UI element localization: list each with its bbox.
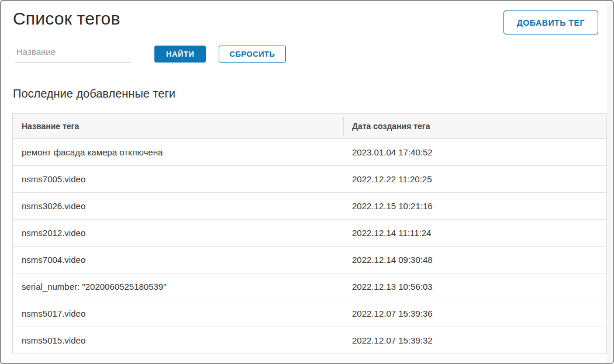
scrollbar-track[interactable] (607, 1, 613, 363)
tag-name-cell: nsms5017.video (13, 308, 343, 318)
tag-name-cell: nsms3026.video (13, 201, 343, 211)
tag-name-cell: ремонт фасада камера отключена (13, 147, 343, 157)
tag-name-cell: nsms7005.video (13, 174, 343, 184)
search-bar: НАЙТИ СБРОСИТЬ (1, 44, 613, 63)
tag-created-cell: 2022.12.14 11:11:24 (343, 228, 606, 238)
tag-name-cell: nsms5015.video (13, 335, 343, 345)
page-header: Список тегов ДОБАВИТЬ ТЕГ (1, 1, 613, 29)
table-row[interactable]: nsms3026.video2022.12.15 10:21:16 (13, 193, 606, 220)
table-header-row: Название тега Дата создания тега (13, 114, 606, 139)
search-input[interactable] (15, 44, 131, 63)
table-row[interactable]: nsms7004.video2022.12.14 09:30:48 (13, 247, 606, 273)
tag-created-cell: 2022.12.22 11:20:25 (343, 174, 606, 184)
add-tag-button[interactable]: ДОБАВИТЬ ТЕГ (503, 11, 598, 34)
tag-list-page: Список тегов ДОБАВИТЬ ТЕГ НАЙТИ СБРОСИТЬ… (1, 1, 613, 363)
table-row[interactable]: ремонт фасада камера отключена2023.01.04… (13, 139, 606, 166)
table-body: ремонт фасада камера отключена2023.01.04… (13, 139, 606, 354)
table-row[interactable]: nsms7005.video2022.12.22 11:20:25 (13, 166, 606, 193)
tag-name-cell: nsms7004.video (13, 255, 343, 265)
column-divider (343, 117, 344, 136)
tag-created-cell: 2022.12.13 10:56:03 (343, 282, 606, 292)
tag-created-cell: 2022.12.15 10:21:16 (343, 201, 606, 211)
table-row[interactable]: serial_number: "2020060525180539"2022.12… (13, 273, 606, 300)
tag-name-cell: serial_number: "2020060525180539" (13, 282, 343, 292)
table-row[interactable]: nsms5017.video2022.12.07 15:39:36 (13, 300, 606, 327)
tag-created-cell: 2023.01.04 17:40:52 (343, 147, 606, 157)
column-header-tag-name: Название тега (13, 122, 343, 131)
tag-created-cell: 2022.12.07 15:39:36 (343, 308, 606, 318)
table-row[interactable]: nsms5015.video2022.12.07 15:39:32 (13, 327, 606, 354)
tag-name-cell: nsms2012.video (13, 228, 343, 238)
tag-created-cell: 2022.12.14 09:30:48 (343, 255, 606, 265)
column-header-created-date: Дата создания тега (343, 122, 606, 131)
table-row[interactable]: nsms2012.video2022.12.14 11:11:24 (13, 220, 606, 247)
tag-created-cell: 2022.12.07 15:39:32 (343, 335, 606, 345)
tags-table: Название тега Дата создания тега ремонт … (12, 113, 607, 354)
section-title: Последние добавленные теги (13, 87, 613, 100)
reset-button[interactable]: СБРОСИТЬ (219, 46, 285, 63)
find-button[interactable]: НАЙТИ (154, 46, 206, 63)
